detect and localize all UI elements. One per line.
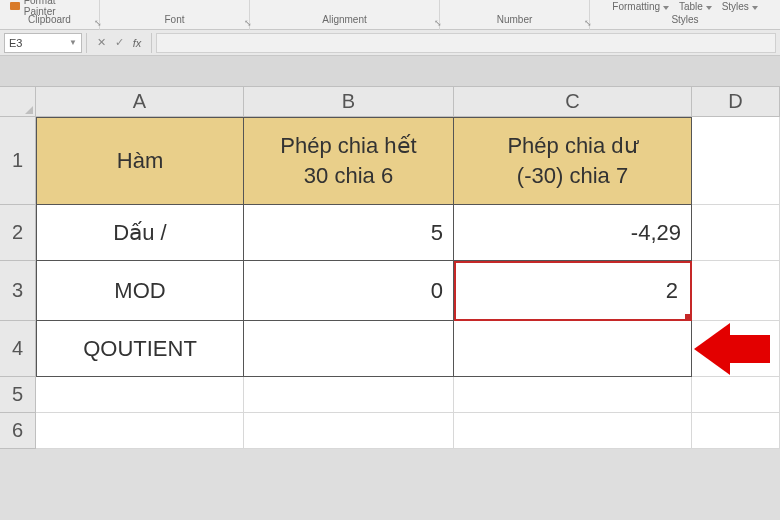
column-header-c[interactable]: C bbox=[454, 87, 692, 117]
formula-input[interactable] bbox=[156, 33, 776, 53]
cell-c1-line2: (-30) chia 7 bbox=[517, 161, 628, 191]
table-button[interactable]: Table bbox=[679, 1, 712, 12]
row-2: 2 Dấu / 5 -4,29 bbox=[0, 205, 780, 261]
cell-a4[interactable]: QOUTIENT bbox=[36, 321, 244, 377]
formatting-button[interactable]: Formatting bbox=[612, 1, 669, 12]
number-group-label: Number bbox=[497, 14, 533, 25]
format-painter-button[interactable]: Format Painter bbox=[10, 0, 89, 12]
styles-group-label: Styles bbox=[671, 14, 698, 25]
row-header-1[interactable]: 1 bbox=[0, 117, 36, 205]
cell-a5[interactable] bbox=[36, 377, 244, 413]
brush-icon bbox=[10, 2, 20, 10]
ribbon-group-font: Font ⤡ bbox=[100, 0, 250, 30]
chevron-down-icon bbox=[663, 6, 669, 10]
row-header-6[interactable]: 6 bbox=[0, 413, 36, 449]
cell-b1[interactable]: Phép chia hết 30 chia 6 bbox=[244, 117, 454, 205]
chevron-down-icon: ▼ bbox=[69, 38, 77, 47]
column-header-b[interactable]: B bbox=[244, 87, 454, 117]
cell-a3[interactable]: MOD bbox=[36, 261, 244, 321]
cell-d5[interactable] bbox=[692, 377, 780, 413]
dialog-launcher-icon[interactable]: ⤡ bbox=[434, 18, 442, 28]
row-5: 5 bbox=[0, 377, 780, 413]
cell-d4[interactable] bbox=[692, 321, 780, 377]
cell-c1[interactable]: Phép chia dư (-30) chia 7 bbox=[454, 117, 692, 205]
cell-c3-selected[interactable]: 2 bbox=[454, 261, 692, 321]
cell-a6[interactable] bbox=[36, 413, 244, 449]
ribbon-group-alignment: Alignment ⤡ bbox=[250, 0, 440, 30]
alignment-group-label: Alignment bbox=[322, 14, 366, 25]
dialog-launcher-icon[interactable]: ⤡ bbox=[244, 18, 252, 28]
cell-d2[interactable] bbox=[692, 205, 780, 261]
cell-b1-line2: 30 chia 6 bbox=[304, 161, 393, 191]
styles-button[interactable]: Styles bbox=[722, 1, 758, 12]
font-group-label: Font bbox=[164, 14, 184, 25]
dialog-launcher-icon[interactable]: ⤡ bbox=[584, 18, 592, 28]
cell-d3[interactable] bbox=[692, 261, 780, 321]
chevron-down-icon bbox=[706, 6, 712, 10]
cell-b2[interactable]: 5 bbox=[244, 205, 454, 261]
cell-b3[interactable]: 0 bbox=[244, 261, 454, 321]
cell-b1-line1: Phép chia hết bbox=[280, 131, 416, 161]
ribbon-gap bbox=[0, 56, 780, 86]
cell-a1-text: Hàm bbox=[117, 146, 163, 176]
cell-b6[interactable] bbox=[244, 413, 454, 449]
row-3: 3 MOD 0 2 bbox=[0, 261, 780, 321]
name-box-value: E3 bbox=[9, 37, 22, 49]
row-header-2[interactable]: 2 bbox=[0, 205, 36, 261]
cell-a2[interactable]: Dấu / bbox=[36, 205, 244, 261]
row-header-3[interactable]: 3 bbox=[0, 261, 36, 321]
cell-c4[interactable] bbox=[454, 321, 692, 377]
chevron-down-icon bbox=[752, 6, 758, 10]
row-4: 4 QOUTIENT bbox=[0, 321, 780, 377]
row-1: 1 Hàm Phép chia hết 30 chia 6 Phép chia … bbox=[0, 117, 780, 205]
column-header-d[interactable]: D bbox=[692, 87, 780, 117]
spreadsheet: A B C D 1 Hàm Phép chia hết 30 chia 6 Ph… bbox=[0, 86, 780, 449]
row-header-4[interactable]: 4 bbox=[0, 321, 36, 377]
fx-controls: ✕ ✓ fx bbox=[86, 33, 152, 53]
ribbon: Format Painter Clipboard ⤡ Font ⤡ Alignm… bbox=[0, 0, 780, 30]
cancel-formula-button[interactable]: ✕ bbox=[93, 36, 109, 49]
insert-function-button[interactable]: fx bbox=[129, 37, 145, 49]
ribbon-group-clipboard: Format Painter Clipboard ⤡ bbox=[0, 0, 100, 30]
cell-c1-line1: Phép chia dư bbox=[507, 131, 637, 161]
ribbon-group-styles: Formatting Table Styles Styles bbox=[590, 0, 780, 30]
ribbon-group-number: Number ⤡ bbox=[440, 0, 590, 30]
formula-bar: E3 ▼ ✕ ✓ fx bbox=[0, 30, 780, 56]
dialog-launcher-icon[interactable]: ⤡ bbox=[94, 18, 102, 28]
name-box[interactable]: E3 ▼ bbox=[4, 33, 82, 53]
cell-c2[interactable]: -4,29 bbox=[454, 205, 692, 261]
grid-rows: 1 Hàm Phép chia hết 30 chia 6 Phép chia … bbox=[0, 117, 780, 449]
column-header-a[interactable]: A bbox=[36, 87, 244, 117]
cell-b5[interactable] bbox=[244, 377, 454, 413]
clipboard-group-label: Clipboard bbox=[28, 14, 71, 25]
cell-a1[interactable]: Hàm bbox=[36, 117, 244, 205]
cell-d1[interactable] bbox=[692, 117, 780, 205]
select-all-corner[interactable] bbox=[0, 87, 36, 117]
column-headers: A B C D bbox=[0, 87, 780, 117]
cell-d6[interactable] bbox=[692, 413, 780, 449]
cell-b4[interactable] bbox=[244, 321, 454, 377]
row-6: 6 bbox=[0, 413, 780, 449]
confirm-formula-button[interactable]: ✓ bbox=[111, 36, 127, 49]
cell-c6[interactable] bbox=[454, 413, 692, 449]
row-header-5[interactable]: 5 bbox=[0, 377, 36, 413]
cell-c5[interactable] bbox=[454, 377, 692, 413]
